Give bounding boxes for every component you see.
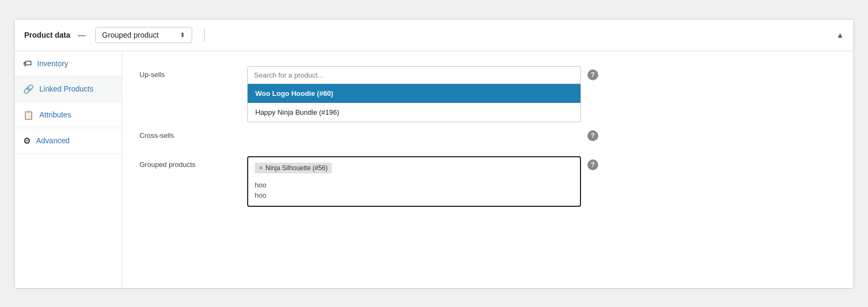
advanced-icon: ⚙ [23,136,31,146]
sidebar: 🏷 Inventory 🔗 Linked Products 📋 Attribut… [15,51,122,288]
linked-products-icon: 🔗 [23,84,34,94]
panel-header: Product data — Grouped product ⬍ ▲ [15,19,853,51]
upsells-help[interactable]: ? [587,66,598,80]
upsells-option-196[interactable]: Happy Ninja Bundle (#196) [248,103,580,122]
sidebar-item-advanced-label: Advanced [36,136,69,145]
product-data-panel: Product data — Grouped product ⬍ ▲ 🏷 Inv… [14,19,854,289]
grouped-products-field[interactable]: × Ninja Silhouette (#56) hoo [247,156,581,207]
upsells-option-60[interactable]: Woo Logo Hoodie (#60) [248,84,580,103]
sidebar-item-inventory-label: Inventory [37,59,68,68]
upsells-control: Woo Logo Hoodie (#60) Happy Ninja Bundle… [247,66,581,84]
grouped-products-search-input[interactable] [255,180,573,190]
sidebar-item-linked-products-label: Linked Products [39,85,93,93]
crosssells-help-icon[interactable]: ? [587,130,598,141]
sidebar-item-attributes[interactable]: 📋 Attributes [15,102,122,128]
panel-dash: — [78,31,86,39]
sidebar-item-advanced[interactable]: ⚙ Advanced [15,128,122,154]
sidebar-item-linked-products[interactable]: 🔗 Linked Products [15,76,122,102]
sidebar-item-inventory[interactable]: 🏷 Inventory [15,51,122,76]
grouped-products-control: × Ninja Silhouette (#56) hoo [247,156,581,207]
upsells-dropdown: Woo Logo Hoodie (#60) Happy Ninja Bundle… [247,84,581,122]
grouped-products-row: Grouped products × Ninja Silhouette (#56… [139,156,836,207]
upsells-help-icon[interactable]: ? [587,69,598,80]
grouped-products-label: Grouped products [139,156,247,169]
grouped-products-help[interactable]: ? [587,156,598,170]
product-type-label: Grouped product [102,31,159,39]
upsells-label: Up-sells [139,66,247,79]
panel-title: Product data [24,31,71,39]
upsells-row: Up-sells Woo Logo Hoodie (#60) Happy Nin… [139,66,836,84]
grouped-products-help-icon[interactable]: ? [587,159,598,170]
tag-remove-ninja[interactable]: × [259,164,263,172]
tag-label-ninja: Ninja Silhouette (#56) [265,164,327,172]
inventory-icon: 🏷 [23,59,32,68]
product-type-select[interactable]: Grouped product ⬍ [95,27,192,43]
sidebar-item-attributes-label: Attributes [39,110,71,119]
main-content: Up-sells Woo Logo Hoodie (#60) Happy Nin… [122,51,853,288]
panel-header-left: Product data — Grouped product ⬍ [24,27,205,43]
crosssells-row: Cross-sells ? [139,127,836,141]
crosssells-label: Cross-sells [139,127,247,139]
panel-collapse-button[interactable]: ▲ [836,31,844,39]
upsells-search-input[interactable] [247,66,581,84]
tag-ninja-silhouette: × Ninja Silhouette (#56) [255,163,332,173]
panel-divider [204,29,205,41]
attributes-icon: 📋 [23,110,34,120]
select-arrow-icon: ⬍ [180,31,185,39]
panel-body: 🏷 Inventory 🔗 Linked Products 📋 Attribut… [15,51,853,288]
grouped-products-search-value: hoo [255,190,573,200]
crosssells-help[interactable]: ? [587,127,598,141]
